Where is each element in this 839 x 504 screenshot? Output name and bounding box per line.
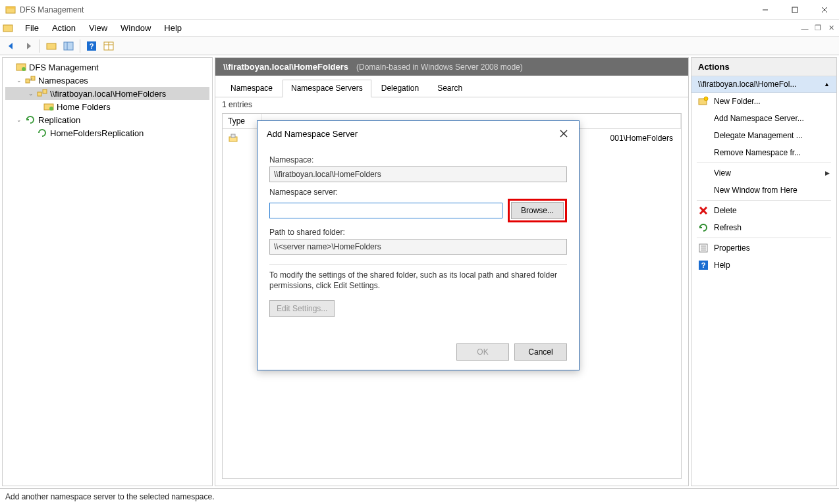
tree-namespaces-label: Namespaces (38, 76, 88, 86)
forward-button[interactable] (21, 39, 36, 53)
tree-rep-item-label: HomeFoldersReplication (50, 128, 144, 138)
action-refresh[interactable]: Refresh (691, 219, 836, 236)
separator (697, 163, 831, 163)
action-remove-ns-label: Remove Namespace fr... (714, 148, 801, 157)
status-text: Add another namespace server to the sele… (5, 492, 215, 501)
statusbar: Add another namespace server to the sele… (0, 488, 839, 504)
toolbar-table-icon[interactable] (101, 39, 116, 53)
folder-icon (43, 101, 54, 112)
menu-view[interactable]: View (82, 21, 114, 35)
action-view[interactable]: View ▶ (691, 164, 836, 182)
col-type[interactable]: Type (223, 114, 262, 128)
action-add-ns-server[interactable]: Add Namespace Server... (691, 110, 836, 127)
help-icon: ? (698, 260, 709, 270)
path-label: Path to shared folder: (269, 228, 567, 237)
browse-highlight: Browse... (508, 199, 567, 222)
window-title: DFS Management (20, 5, 750, 14)
blank-icon (698, 113, 709, 124)
tree-replication[interactable]: ⌄ Replication (5, 113, 209, 126)
center-header: \\firatboyan.local\HomeFolders (Domain-b… (215, 58, 688, 76)
tabs: Namespace Namespace Servers Delegation S… (215, 76, 688, 97)
svg-rect-18 (31, 76, 35, 80)
toolbar-help-icon[interactable]: ? (84, 39, 99, 53)
action-refresh-label: Refresh (714, 223, 742, 232)
tree-namespaces[interactable]: ⌄ Namespaces (5, 74, 209, 87)
action-view-label: View (714, 168, 731, 178)
tree-home-folders[interactable]: Home Folders (5, 100, 209, 113)
action-delete[interactable]: Delete (691, 202, 836, 219)
add-namespace-server-dialog: Add Namespace Server Namespace: \\firatb… (257, 120, 580, 370)
actions-context[interactable]: \\firatboyan.local\HomeFol... ▲ (691, 76, 836, 93)
menu-action[interactable]: Action (45, 21, 82, 35)
browse-button[interactable]: Browse... (511, 202, 564, 219)
svg-text:?: ? (701, 261, 706, 269)
svg-rect-1 (6, 7, 15, 9)
mdi-minimize-button[interactable]: — (798, 22, 811, 35)
action-new-window[interactable]: New Window from Here (691, 182, 836, 199)
tab-namespace-servers[interactable]: Namespace Servers (283, 80, 371, 97)
expander-icon[interactable]: ⌄ (14, 115, 24, 124)
action-new-folder[interactable]: New Folder... (691, 93, 836, 110)
menu-help[interactable]: Help (157, 21, 188, 35)
dialog-title: Add Namespace Server (267, 129, 358, 139)
action-properties[interactable]: Properties (691, 239, 836, 257)
divider (269, 264, 567, 265)
menu-window[interactable]: Window (114, 21, 157, 35)
tab-search[interactable]: Search (429, 80, 471, 97)
action-delegate-label: Delegate Management ... (714, 131, 803, 140)
minimize-button[interactable] (750, 0, 780, 20)
back-button[interactable] (4, 39, 18, 53)
titlebar: DFS Management (0, 0, 839, 20)
server-label: Namespace server: (269, 188, 567, 197)
properties-icon (698, 243, 709, 253)
help-text: To modify the settings of the shared fol… (269, 270, 567, 291)
action-delegate[interactable]: Delegate Management ... (691, 127, 836, 144)
tree-replication-item[interactable]: HomeFoldersReplication (5, 126, 209, 139)
replication-child-icon (37, 128, 47, 138)
action-properties-label: Properties (714, 243, 750, 253)
namespace-server-input[interactable] (269, 203, 502, 218)
toolbar-panel-icon[interactable] (61, 39, 76, 53)
action-help-label: Help (714, 261, 730, 270)
svg-text:?: ? (90, 42, 94, 50)
close-button[interactable] (809, 0, 839, 20)
namespace-value: \\firatboyan.local\HomeFolders (269, 166, 567, 182)
refresh-icon (698, 222, 709, 233)
action-remove-ns[interactable]: Remove Namespace fr... (691, 144, 836, 161)
chevron-right-icon: ▶ (825, 170, 830, 176)
tree-namespace-path[interactable]: ⌄ \\firatboyan.local\HomeFolders (5, 87, 209, 100)
tree-panel: DFS Management ⌄ Namespaces ⌄ \\firatboy… (2, 57, 213, 486)
ok-button: OK (456, 343, 509, 361)
dialog-body: Namespace: \\firatboyan.local\HomeFolder… (257, 146, 579, 370)
action-help[interactable]: ? Help (691, 257, 836, 274)
tree-replication-label: Replication (38, 115, 80, 125)
svg-rect-6 (3, 25, 13, 32)
expander-icon[interactable]: ⌄ (26, 89, 36, 98)
svg-rect-17 (26, 79, 30, 83)
dfs-root-icon (16, 62, 26, 72)
mdi-restore-button[interactable]: ❐ (811, 22, 825, 35)
tab-namespace[interactable]: Namespace (222, 80, 281, 97)
dialog-titlebar: Add Namespace Server (257, 121, 579, 146)
toolbar: ? (0, 37, 839, 55)
tree-ns-path-label: \\firatboyan.local\HomeFolders (50, 89, 166, 99)
tab-delegation[interactable]: Delegation (373, 80, 427, 97)
row-type-icon (223, 132, 262, 145)
mdi-close-button[interactable]: ✕ (825, 22, 838, 35)
expander-icon[interactable]: ⌄ (14, 76, 24, 85)
toolbar-folder-icon[interactable] (44, 39, 59, 53)
tree-root-label: DFS Management (29, 63, 99, 72)
menu-file[interactable]: File (18, 21, 45, 35)
dialog-close-button[interactable] (555, 126, 572, 141)
maximize-button[interactable] (780, 0, 809, 20)
svg-point-27 (704, 97, 708, 101)
action-delete-label: Delete (714, 206, 737, 215)
tree-home-folders-label: Home Folders (57, 102, 111, 112)
namespace-path-icon (37, 88, 47, 99)
header-path: \\firatboyan.local\HomeFolders (223, 62, 348, 72)
svg-point-23 (49, 107, 53, 111)
action-new-window-label: New Window from Here (714, 186, 798, 195)
cancel-button[interactable]: Cancel (514, 343, 567, 361)
svg-rect-3 (792, 7, 798, 13)
tree-root[interactable]: DFS Management (5, 61, 209, 74)
